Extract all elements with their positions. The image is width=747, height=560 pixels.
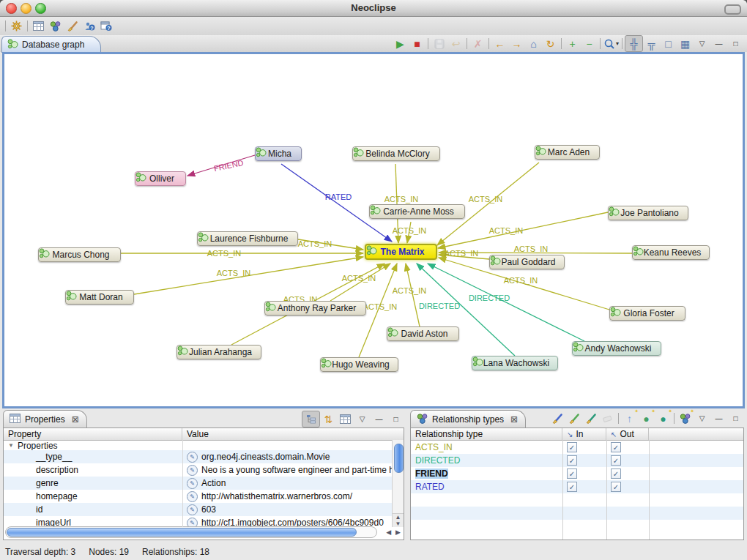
start-icon[interactable]: ▶ xyxy=(392,36,409,51)
zoom-out-icon[interactable]: − xyxy=(581,36,598,51)
minimize-icon[interactable]: — xyxy=(710,36,727,51)
spring-layout-icon[interactable]: ╬ xyxy=(625,35,643,52)
edge-label-directed: DIRECTED xyxy=(469,294,510,302)
graph-node-belinda-mcclory[interactable]: Belinda McClory xyxy=(352,146,440,161)
property-row-genre[interactable]: genre ✎Action xyxy=(4,477,404,490)
highlight-end-nodes-icon[interactable] xyxy=(582,411,599,426)
graph-node-julian-arahanga[interactable]: Julian Arahanga xyxy=(176,345,261,359)
property-category-row[interactable]: ▼Properties xyxy=(4,441,404,450)
show-categories-icon[interactable] xyxy=(302,411,320,428)
filter-table-icon[interactable] xyxy=(337,411,354,427)
add-end-node-icon[interactable]: ●✦ xyxy=(655,411,672,426)
refresh-icon[interactable]: ↻ xyxy=(542,36,559,51)
graph-node-hugo-weaving[interactable]: Hugo Weaving xyxy=(320,357,398,372)
property-row-homepage[interactable]: homepage ✎http://whatisthematrix.warnerb… xyxy=(4,490,404,503)
relationship-row-directed[interactable]: DIRECTED ✓ ✓ xyxy=(411,454,743,467)
column-property[interactable]: Property xyxy=(4,428,182,440)
maximize-icon[interactable]: □ xyxy=(727,411,744,426)
graph-canvas[interactable]: ACTS_INACTS_INACTS_INACTS_INACTS_INACTS_… xyxy=(2,52,745,408)
view-menu-icon[interactable]: ▽ xyxy=(354,411,371,427)
zoom-tool-icon[interactable]: ▾ xyxy=(603,36,620,51)
tab-properties[interactable]: Properties ⊠ xyxy=(3,410,87,428)
graph-node-matt-doran[interactable]: Matt Doran xyxy=(65,290,134,305)
graph-node-keanu-reeves[interactable]: Keanu Reeves xyxy=(632,245,710,260)
empty-row xyxy=(411,493,743,507)
view-menu-icon[interactable]: ▽ xyxy=(694,36,710,51)
graph-node-andy-wachowski[interactable]: Andy Wachowski xyxy=(572,341,661,356)
checkbox-checked[interactable]: ✓ xyxy=(611,455,621,466)
checkbox-checked[interactable]: ✓ xyxy=(567,442,577,452)
tree-layout-icon[interactable]: ╦ xyxy=(643,36,660,51)
new-relationship-type-icon[interactable]: ✦ xyxy=(677,411,694,426)
minimize-icon[interactable]: — xyxy=(371,411,387,427)
graph-edge-rated[interactable] xyxy=(281,164,392,242)
highlight-relationships-icon[interactable] xyxy=(549,411,565,426)
relationship-row-acts_in[interactable]: ACTS_IN ✓ ✓ xyxy=(411,441,743,454)
marquee-layout-icon[interactable]: □ xyxy=(660,36,677,51)
home-icon[interactable]: ⌂ xyxy=(525,36,542,51)
relationship-row-rated[interactable]: RATED ✓ ✓ xyxy=(411,480,743,493)
properties-table: Property Value ▼Properties__type__ ✎org.… xyxy=(3,428,404,540)
add-relationship-icon[interactable]: ↑✦ xyxy=(621,411,638,426)
property-row-__type__[interactable]: __type__ ✎org.neo4j.cineasts.domain.Movi… xyxy=(4,450,404,463)
graph-node-carrie-anne-moss[interactable]: Carrie-Anne Moss xyxy=(369,204,465,219)
column-out[interactable]: ↖Out xyxy=(606,428,649,440)
view-menu-icon[interactable]: ▽ xyxy=(694,411,710,426)
maximize-icon[interactable]: □ xyxy=(727,36,744,51)
properties-vertical-scrollbar[interactable]: ▲▼ xyxy=(392,440,404,527)
node-label: Matt Doran xyxy=(79,292,122,302)
graph-node-laurence-fishburne[interactable]: Laurence Fishburne xyxy=(197,231,298,246)
graph-node-anthony-ray-parker[interactable]: Anthony Ray Parker xyxy=(264,301,366,316)
graph-edge-acts_in[interactable] xyxy=(406,264,420,326)
column-relationship-type[interactable]: Relationship type xyxy=(411,428,562,440)
relationship-row-friend[interactable]: FRIEND ✓ ✓ xyxy=(411,467,743,480)
toolbar-toggle-pill[interactable] xyxy=(724,4,741,15)
checkbox-checked[interactable]: ✓ xyxy=(567,468,577,479)
properties-view-icon[interactable] xyxy=(30,18,47,34)
checkbox-checked[interactable]: ✓ xyxy=(611,482,621,492)
graph-node-marc-aden[interactable]: Marc Aden xyxy=(535,145,600,160)
checkbox-checked[interactable]: ✓ xyxy=(611,442,621,452)
decorate-icon[interactable] xyxy=(64,18,81,34)
column-value[interactable]: Value xyxy=(182,428,404,440)
back-icon[interactable]: ← xyxy=(491,36,508,51)
scroll-arrows[interactable]: ◀▶ xyxy=(386,526,401,538)
checkbox-checked[interactable]: ✓ xyxy=(567,455,577,466)
stop-icon[interactable]: ■ xyxy=(409,36,425,51)
property-row-id[interactable]: id ✎603 xyxy=(4,503,404,516)
minimize-icon[interactable]: — xyxy=(710,411,727,426)
close-icon[interactable]: ⊠ xyxy=(510,414,518,425)
graph-node-olliver[interactable]: Olliver xyxy=(135,171,186,186)
node-label: Paul Goddard xyxy=(501,257,555,267)
expander-icon[interactable]: ▼ xyxy=(8,442,14,449)
graph-node-gloria-foster[interactable]: Gloria Foster xyxy=(609,306,685,321)
maximize-icon[interactable]: □ xyxy=(387,411,404,427)
preferences-gear-icon[interactable] xyxy=(8,18,25,34)
forward-icon[interactable]: → xyxy=(508,36,525,51)
dynamic-help-icon[interactable]: ? xyxy=(97,18,114,34)
properties-horizontal-scrollbar[interactable] xyxy=(5,526,377,538)
add-start-node-icon[interactable]: ●✦ xyxy=(638,411,655,426)
graph-node-marcus-chong[interactable]: Marcus Chong xyxy=(38,247,121,262)
close-icon[interactable]: ⊠ xyxy=(72,414,79,425)
graph-node-lana-wachowski[interactable]: Lana Wachowski xyxy=(472,356,558,370)
zoom-in-icon[interactable]: + xyxy=(564,36,581,51)
relationship-types-view-icon[interactable] xyxy=(47,18,64,34)
checkbox-checked[interactable]: ✓ xyxy=(611,468,621,479)
column-in[interactable]: ↘In xyxy=(562,428,606,440)
property-row-description[interactable]: description ✎Neo is a young software eng… xyxy=(4,463,404,477)
highlight-start-nodes-icon[interactable] xyxy=(565,411,582,426)
help-contents-icon[interactable]: ? xyxy=(81,18,97,34)
graph-node-paul-goddard[interactable]: Paul Goddard xyxy=(489,255,565,269)
editor-tab-bar: Database graph ▶■↩✗←→⌂↻+−▾╬╦□▦▽—□ xyxy=(0,35,747,52)
checkbox-checked[interactable]: ✓ xyxy=(567,482,577,492)
graph-node-the-matrix[interactable]: The Matrix xyxy=(365,244,437,260)
graph-node-micha[interactable]: Micha xyxy=(255,146,302,161)
sort-icon[interactable]: ⇅ xyxy=(320,411,337,427)
tab-database-graph[interactable]: Database graph xyxy=(1,36,101,53)
svg-text:?: ? xyxy=(107,26,110,31)
grid-layout-icon[interactable]: ▦ xyxy=(677,36,694,51)
tab-relationship-types[interactable]: Relationship types ⊠ xyxy=(410,410,526,428)
graph-node-david-aston[interactable]: David Aston xyxy=(387,326,459,341)
graph-node-joe-pantoliano[interactable]: Joe Pantoliano xyxy=(608,206,688,220)
